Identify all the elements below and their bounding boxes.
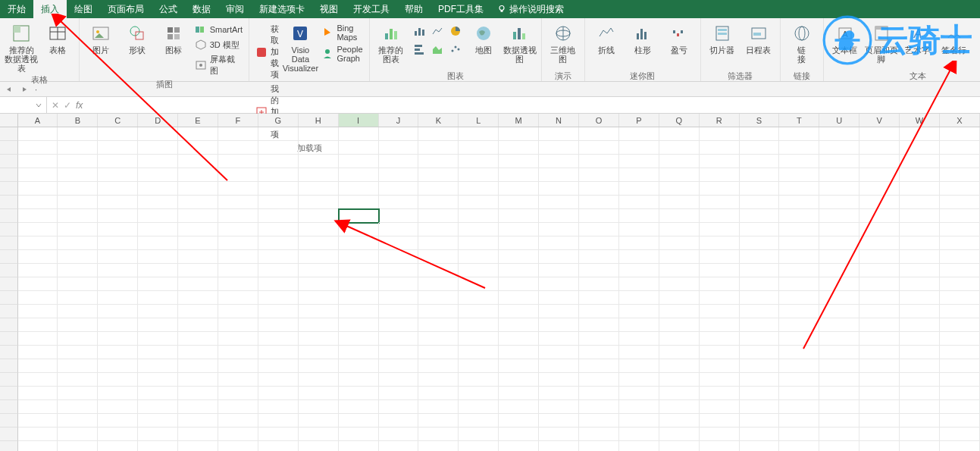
cell-F16[interactable]: [218, 332, 258, 346]
cell-A9[interactable]: [18, 236, 58, 250]
cell-Q3[interactable]: [659, 155, 700, 168]
cell-F20[interactable]: [218, 387, 258, 400]
cell-T17[interactable]: [779, 346, 819, 359]
cell-A11[interactable]: [18, 264, 58, 277]
cell-K23[interactable]: [418, 428, 459, 441]
cell-G6[interactable]: [258, 196, 299, 209]
cell-J19[interactable]: [379, 373, 419, 387]
cell-G13[interactable]: [258, 291, 299, 305]
cell-M4[interactable]: [499, 168, 539, 182]
cell-K18[interactable]: [418, 359, 459, 373]
row-header-4[interactable]: [0, 168, 18, 182]
cell-R7[interactable]: [700, 209, 740, 223]
cell-L6[interactable]: [459, 196, 499, 209]
cell-R13[interactable]: [700, 291, 740, 305]
cell-D18[interactable]: [138, 359, 178, 373]
row-header-15[interactable]: [0, 318, 18, 332]
cell-O1[interactable]: [579, 127, 619, 141]
cell-B22[interactable]: [58, 414, 98, 428]
cell-M18[interactable]: [499, 359, 539, 373]
cell-U19[interactable]: [819, 373, 859, 387]
row-header-19[interactable]: [0, 373, 18, 387]
cell-I13[interactable]: [339, 291, 379, 305]
cell-B21[interactable]: [58, 400, 98, 414]
cell-U21[interactable]: [819, 400, 859, 414]
cell-R12[interactable]: [700, 277, 740, 291]
cell-G4[interactable]: [258, 168, 299, 182]
cell-G11[interactable]: [258, 264, 299, 277]
cell-X9[interactable]: [940, 236, 980, 250]
cell-N15[interactable]: [539, 318, 579, 332]
cell-U3[interactable]: [819, 155, 859, 168]
cell-V16[interactable]: [859, 332, 900, 346]
cell-Q23[interactable]: [659, 428, 700, 441]
cell-G17[interactable]: [258, 346, 299, 359]
cell-V24[interactable]: [859, 441, 900, 451]
cell-E8[interactable]: [178, 223, 218, 236]
row-header-1[interactable]: [0, 127, 18, 141]
tab-page-layout[interactable]: 页面布局: [100, 0, 152, 18]
cell-S9[interactable]: [740, 236, 780, 250]
cell-C6[interactable]: [98, 196, 138, 209]
row-header-11[interactable]: [0, 264, 18, 277]
tab-review[interactable]: 审阅: [218, 0, 252, 18]
cell-X24[interactable]: [940, 441, 980, 451]
cell-M9[interactable]: [499, 236, 539, 250]
cell-E10[interactable]: [178, 250, 218, 264]
cell-I5[interactable]: [339, 182, 379, 196]
cell-T5[interactable]: [779, 182, 819, 196]
cell-C15[interactable]: [98, 318, 138, 332]
cell-U16[interactable]: [819, 332, 859, 346]
bing-maps-button[interactable]: Bing Maps: [320, 23, 364, 42]
tab-data[interactable]: 数据: [185, 0, 218, 18]
cell-P11[interactable]: [619, 264, 659, 277]
cell-I23[interactable]: [339, 428, 379, 441]
cell-V9[interactable]: [859, 236, 900, 250]
cell-F15[interactable]: [218, 318, 258, 332]
cell-Q5[interactable]: [659, 182, 700, 196]
cell-B9[interactable]: [58, 236, 98, 250]
cell-X1[interactable]: [940, 127, 980, 141]
cell-J12[interactable]: [379, 277, 419, 291]
get-addins-button[interactable]: 获取加载项: [254, 23, 280, 81]
cell-M19[interactable]: [499, 373, 539, 387]
cell-H4[interactable]: [299, 168, 339, 182]
cell-U15[interactable]: [819, 318, 859, 332]
cell-Q14[interactable]: [659, 305, 700, 318]
cell-A24[interactable]: [18, 441, 58, 451]
cell-T22[interactable]: [779, 414, 819, 428]
cell-U20[interactable]: [819, 387, 859, 400]
cell-X11[interactable]: [940, 264, 980, 277]
cell-F1[interactable]: [218, 127, 258, 141]
cell-M14[interactable]: [499, 305, 539, 318]
cell-I10[interactable]: [339, 250, 379, 264]
col-header-Q[interactable]: Q: [659, 114, 700, 127]
cell-M1[interactable]: [499, 127, 539, 141]
cell-E16[interactable]: [178, 332, 218, 346]
cell-U11[interactable]: [819, 264, 859, 277]
cell-E2[interactable]: [178, 141, 218, 155]
people-graph-button[interactable]: People Graph: [320, 44, 364, 64]
cell-C20[interactable]: [98, 387, 138, 400]
cell-P24[interactable]: [619, 441, 659, 451]
wordart-button[interactable]: A艺术字: [901, 20, 935, 55]
cell-I22[interactable]: [339, 414, 379, 428]
cell-B20[interactable]: [58, 387, 98, 400]
cell-L14[interactable]: [459, 305, 499, 318]
cell-G14[interactable]: [258, 305, 299, 318]
cell-M22[interactable]: [499, 414, 539, 428]
cell-J9[interactable]: [379, 236, 419, 250]
cell-D8[interactable]: [138, 223, 178, 236]
cell-S22[interactable]: [740, 414, 780, 428]
cell-Q8[interactable]: [659, 223, 700, 236]
cell-E4[interactable]: [178, 168, 218, 182]
cell-F23[interactable]: [218, 428, 258, 441]
cell-W20[interactable]: [900, 387, 940, 400]
cell-E12[interactable]: [178, 277, 218, 291]
cell-H1[interactable]: [299, 127, 339, 141]
cell-X19[interactable]: [940, 373, 980, 387]
cell-X18[interactable]: [940, 359, 980, 373]
cell-M3[interactable]: [499, 155, 539, 168]
visio-button[interactable]: VVisio Data Visualizer: [283, 20, 317, 73]
cell-K19[interactable]: [418, 373, 459, 387]
